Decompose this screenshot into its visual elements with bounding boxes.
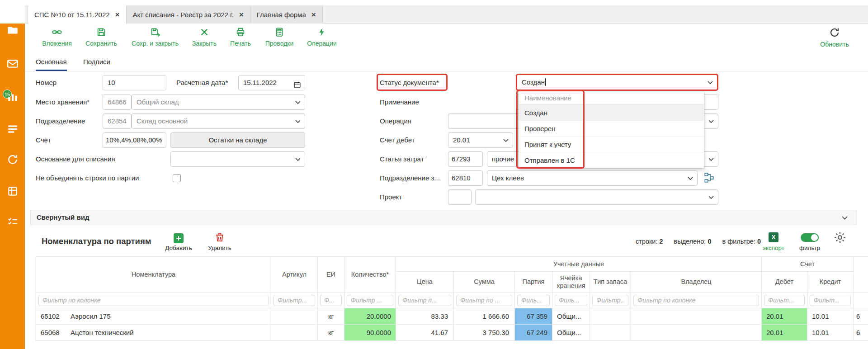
storage-code-input[interactable]: 64866 xyxy=(103,94,132,110)
batch-cell[interactable]: 67 249 xyxy=(515,325,552,341)
chevron-down-icon[interactable] xyxy=(842,216,848,220)
sum-cell[interactable]: 3 750.30 xyxy=(454,325,515,341)
column-filter-input[interactable] xyxy=(764,295,805,306)
column-header[interactable]: Тип запаса xyxy=(590,272,631,292)
add-row-button[interactable] xyxy=(174,233,184,243)
column-filter-input[interactable] xyxy=(398,295,451,306)
nomenclature-cell[interactable]: 65068Ацетон технический xyxy=(36,325,271,341)
collapsed-view-bar[interactable]: Свернутый вид xyxy=(30,210,857,225)
folder-icon[interactable] xyxy=(7,24,19,36)
column-filter-input[interactable] xyxy=(347,295,393,306)
column-filter-input[interactable] xyxy=(274,295,315,306)
storage-select[interactable]: Общий склад xyxy=(132,94,305,110)
column-header[interactable]: Кредит xyxy=(807,272,854,292)
column-header[interactable]: Количество* xyxy=(344,257,396,292)
number-input[interactable]: 10 xyxy=(103,75,166,90)
column-filter-input[interactable] xyxy=(555,295,587,306)
column-header[interactable]: Партия xyxy=(515,272,552,292)
column-header[interactable]: Сумма xyxy=(454,272,515,292)
account-input[interactable]: 10%,4%,08%,00% xyxy=(103,132,166,148)
grid-box-icon[interactable] xyxy=(7,185,19,197)
close-tab-icon[interactable]: × xyxy=(115,11,120,19)
quantity-cell[interactable]: 20.0000 xyxy=(344,308,396,325)
article-cell[interactable] xyxy=(271,308,318,325)
cost-department-code-input[interactable]: 62810 xyxy=(448,170,483,186)
project-code-input[interactable] xyxy=(448,189,472,205)
column-filter-input[interactable] xyxy=(810,295,851,306)
department-code-input[interactable]: 62854 xyxy=(103,113,132,129)
column-header[interactable]: Дебет xyxy=(762,272,807,292)
owner-cell[interactable] xyxy=(631,325,762,341)
no-merge-checkbox[interactable] xyxy=(173,174,181,182)
checklist-icon[interactable] xyxy=(7,216,19,228)
excel-export-icon[interactable]: X xyxy=(769,232,778,242)
grid-settings-button[interactable] xyxy=(833,231,847,244)
stock-type-cell[interactable] xyxy=(590,308,631,325)
sync-icon[interactable] xyxy=(7,154,19,165)
list-icon[interactable] xyxy=(7,123,19,135)
column-header[interactable]: Ячейка хранения xyxy=(552,272,590,292)
column-header[interactable]: ЕИ xyxy=(318,257,344,292)
credit-cell[interactable]: 10.01 xyxy=(807,308,854,325)
clipped-cell[interactable]: 6 xyxy=(854,308,868,325)
clipped-cell[interactable]: 6 xyxy=(854,325,868,341)
tab-signatures[interactable]: Подписи xyxy=(83,54,110,71)
dropdown-option[interactable]: Создан xyxy=(519,105,704,121)
bar-chart-icon[interactable] xyxy=(7,91,19,103)
owner-cell[interactable] xyxy=(631,308,762,325)
nomenclature-cell[interactable]: 65102Аэросил 175 xyxy=(36,308,271,325)
reason-select[interactable] xyxy=(170,151,305,167)
hierarchy-icon[interactable] xyxy=(703,172,717,185)
table-row[interactable]: 65068Ацетон технический кг 90.0000 41.67… xyxy=(36,325,868,341)
close-tab-icon[interactable]: × xyxy=(311,11,316,19)
column-header[interactable]: Артикул xyxy=(271,257,318,292)
department-select[interactable]: Склад основной xyxy=(132,113,305,129)
close-tab-icon[interactable]: × xyxy=(239,11,244,19)
debit-cell[interactable]: 20.01 xyxy=(762,308,807,325)
column-header[interactable]: Номенклатура xyxy=(36,257,271,292)
debit-cell[interactable]: 20.01 xyxy=(762,325,807,341)
stock-balance-button[interactable]: Остатки на складе xyxy=(170,132,305,148)
column-header[interactable]: Владелец xyxy=(631,272,762,292)
unit-cell[interactable]: кг xyxy=(318,308,344,325)
sum-cell[interactable]: 1 666.60 xyxy=(454,308,515,325)
date-input[interactable]: 15.11.2022 xyxy=(238,75,305,90)
column-filter-input[interactable] xyxy=(320,295,342,306)
filter-toggle[interactable] xyxy=(801,233,819,242)
save-button[interactable]: Сохранить xyxy=(75,27,127,47)
delete-row-button[interactable] xyxy=(214,232,225,243)
window-tab[interactable]: Акт списания - Реестр за 2022 г. × xyxy=(127,5,250,24)
price-cell[interactable]: 41.67 xyxy=(396,325,454,341)
column-filter-input[interactable] xyxy=(456,295,512,306)
unit-cell[interactable]: кг xyxy=(318,325,344,341)
quantity-cell[interactable]: 90.0000 xyxy=(344,325,396,341)
stock-type-cell[interactable] xyxy=(590,325,631,341)
status-combobox[interactable]: Создан xyxy=(516,74,718,91)
window-tab[interactable]: Главная форма × xyxy=(250,5,323,24)
credit-cell[interactable]: 10.01 xyxy=(807,325,854,341)
window-tab-active[interactable]: СПС №10 от 15.11.2022 × xyxy=(28,5,127,24)
column-filter-input[interactable] xyxy=(592,295,628,306)
storage-cell[interactable]: Общи... xyxy=(552,308,590,325)
storage-cell[interactable]: Общи... xyxy=(552,325,590,341)
tab-main[interactable]: Основная xyxy=(36,54,67,71)
save-close-button[interactable]: Сохр. и закрыть xyxy=(129,27,181,47)
column-filter-input[interactable] xyxy=(38,295,269,306)
batch-cell[interactable]: 67 359 xyxy=(515,308,552,325)
column-filter-input[interactable] xyxy=(517,295,550,306)
column-header[interactable]: Цена xyxy=(396,272,454,292)
article-cell[interactable] xyxy=(271,325,318,341)
operations-button[interactable]: Операции xyxy=(296,27,348,47)
project-select[interactable] xyxy=(475,189,718,205)
dropdown-option[interactable]: Отправлен в 1С xyxy=(519,152,704,168)
table-row[interactable]: 65102Аэросил 175 кг 20.0000 83.33 1 666.… xyxy=(36,308,868,325)
price-cell[interactable]: 83.33 xyxy=(396,308,454,325)
cost-item-code-input[interactable]: 67293 xyxy=(448,151,483,167)
debit-account-select[interactable]: 20.01 xyxy=(448,132,513,148)
calendar-icon[interactable] xyxy=(293,79,301,90)
column-filter-input[interactable] xyxy=(633,295,759,306)
mail-icon[interactable] xyxy=(7,58,19,70)
dropdown-option[interactable]: Принят к учету xyxy=(519,137,704,152)
cost-department-select[interactable]: Цех клеев xyxy=(487,170,698,186)
dropdown-option[interactable]: Проверен xyxy=(519,121,704,137)
